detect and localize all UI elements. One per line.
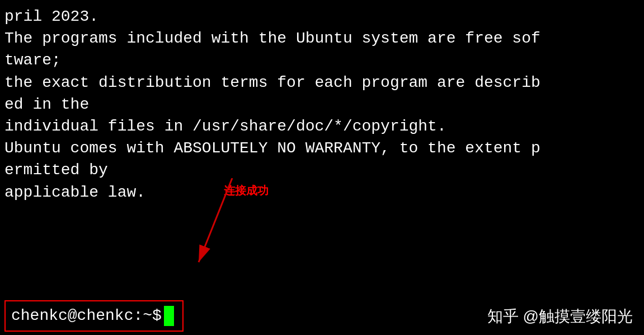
- prompt-text: chenkc@chenkc:~$: [11, 305, 162, 327]
- annotation-text: 连接成功: [224, 184, 269, 197]
- watermark-text: 知乎 @触摸壹缕阳光: [487, 305, 633, 327]
- terminal-cursor: [164, 306, 174, 326]
- terminal-prompt-box[interactable]: chenkc@chenkc:~$: [4, 300, 184, 331]
- terminal-window: pril 2023.The programs included with the…: [0, 0, 644, 203]
- annotation-label: 连接成功: [224, 179, 269, 201]
- bottom-bar: chenkc@chenkc:~$ 知乎 @触摸壹缕阳光: [0, 297, 644, 335]
- terminal-output: pril 2023.The programs included with the…: [4, 6, 640, 203]
